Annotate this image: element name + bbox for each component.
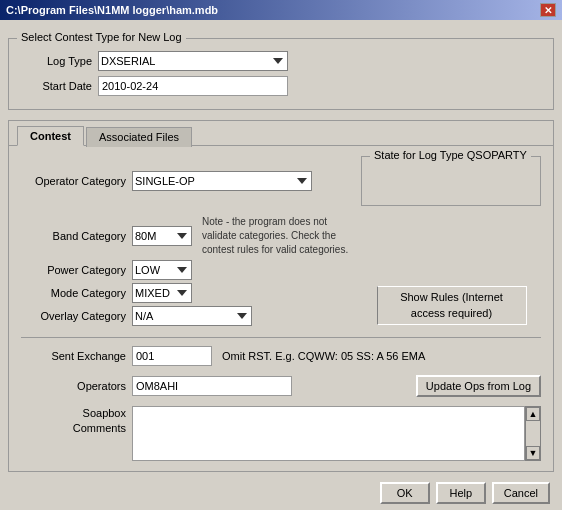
ok-button[interactable]: OK xyxy=(380,482,430,504)
tab-associated-files[interactable]: Associated Files xyxy=(86,127,192,147)
contest-type-group: Select Contest Type for New Log Log Type… xyxy=(8,38,554,110)
mode-category-label: Mode Category xyxy=(21,287,126,299)
show-rules-area: Show Rules (Internet access required) xyxy=(362,215,541,329)
soapbox-scrollbar[interactable]: ▲ ▼ xyxy=(525,406,541,461)
scroll-up-arrow[interactable]: ▲ xyxy=(526,407,540,421)
state-group: State for Log Type QSOPARTY xyxy=(361,156,541,206)
bottom-bar: OK Help Cancel xyxy=(8,478,554,506)
mode-category-dropdown[interactable]: MIXEDCWSSBRTTY xyxy=(132,283,192,303)
sent-exchange-row: Sent Exchange Omit RST. E.g. CQWW: 05 SS… xyxy=(21,346,541,366)
log-type-label: Log Type xyxy=(17,55,92,67)
title-bar: C:\Program Files\N1MM logger\ham.mdb ✕ xyxy=(0,0,562,20)
sent-exchange-input[interactable] xyxy=(132,346,212,366)
operators-row: Operators Update Ops from Log xyxy=(21,375,541,397)
tab-container: Contest Associated Files Operator Catego… xyxy=(8,120,554,472)
band-category-label: Band Category xyxy=(21,230,126,242)
operator-category-row: Operator Category SINGLE-OP MULTI-OP CHE… xyxy=(21,156,541,206)
power-category-label: Power Category xyxy=(21,264,126,276)
category-rows-left: Band Category 80M40M20M15M10MALL Note - … xyxy=(21,215,362,329)
main-window: Select Contest Type for New Log Log Type… xyxy=(0,20,562,510)
contest-type-legend: Select Contest Type for New Log xyxy=(17,31,186,43)
category-rows-area: Band Category 80M40M20M15M10MALL Note - … xyxy=(21,215,541,329)
operator-category-label: Operator Category xyxy=(21,175,126,187)
start-date-label: Start Date xyxy=(17,80,92,92)
power-category-row: Power Category LOWHIGHQRP xyxy=(21,260,362,280)
tab-contest[interactable]: Contest xyxy=(17,126,84,146)
scroll-down-arrow[interactable]: ▼ xyxy=(526,446,540,460)
band-category-row: Band Category 80M40M20M15M10MALL Note - … xyxy=(21,215,362,257)
soapbox-textarea[interactable] xyxy=(132,406,525,461)
power-category-dropdown[interactable]: LOWHIGHQRP xyxy=(132,260,192,280)
note-text: Note - the program does not validate cat… xyxy=(202,215,362,257)
overlay-category-label: Overlay Category xyxy=(21,310,126,322)
soapbox-label: Soapbox Comments xyxy=(21,406,126,437)
update-ops-button[interactable]: Update Ops from Log xyxy=(416,375,541,397)
overlay-category-dropdown[interactable]: N/AROOKIETB-WIRES xyxy=(132,306,252,326)
soapbox-row: Soapbox Comments ▲ ▼ xyxy=(21,406,541,461)
operator-category-dropdown[interactable]: SINGLE-OP MULTI-OP CHECKLOG xyxy=(132,171,312,191)
title-bar-text: C:\Program Files\N1MM logger\ham.mdb xyxy=(6,4,218,16)
close-button[interactable]: ✕ xyxy=(540,3,556,17)
contest-tab-content: Operator Category SINGLE-OP MULTI-OP CHE… xyxy=(9,146,553,471)
show-rules-button[interactable]: Show Rules (Internet access required) xyxy=(377,286,527,325)
state-value-area xyxy=(370,161,532,191)
start-date-input[interactable] xyxy=(98,76,288,96)
separator-1 xyxy=(21,337,541,338)
start-date-row: Start Date xyxy=(17,76,545,96)
tab-bar: Contest Associated Files xyxy=(9,121,553,146)
overlay-category-row: Overlay Category N/AROOKIETB-WIRES xyxy=(21,306,362,326)
help-button[interactable]: Help xyxy=(436,482,486,504)
log-type-dropdown[interactable]: DXSERIAL ARRL DX CQ WW ARRL 10M xyxy=(98,51,288,71)
omit-hint: Omit RST. E.g. CQWW: 05 SS: A 56 EMA xyxy=(222,350,425,362)
cancel-button[interactable]: Cancel xyxy=(492,482,550,504)
state-group-legend: State for Log Type QSOPARTY xyxy=(370,149,531,161)
operators-input[interactable] xyxy=(132,376,292,396)
sent-exchange-label: Sent Exchange xyxy=(21,350,126,362)
band-category-dropdown[interactable]: 80M40M20M15M10MALL xyxy=(132,226,192,246)
operators-label: Operators xyxy=(21,380,126,392)
mode-category-row: Mode Category MIXEDCWSSBRTTY xyxy=(21,283,362,303)
log-type-row: Log Type DXSERIAL ARRL DX CQ WW ARRL 10M xyxy=(17,51,545,71)
